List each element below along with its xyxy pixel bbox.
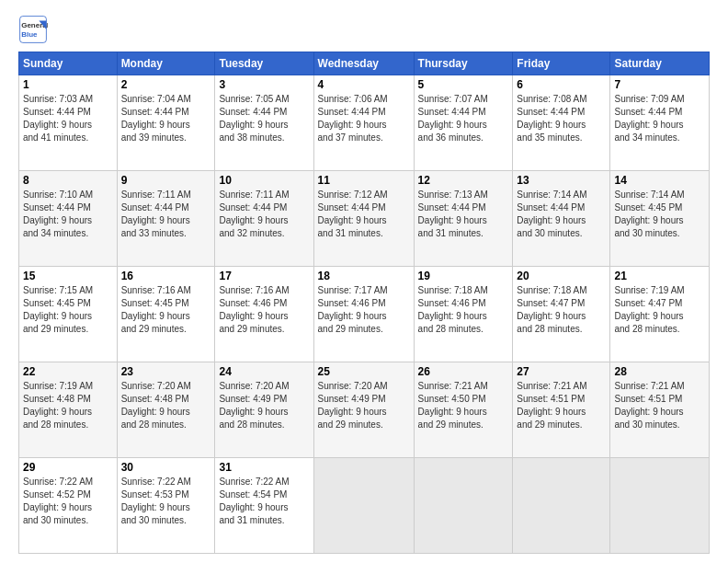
- day-number: 12: [418, 174, 509, 187]
- calendar-cell: [610, 458, 710, 554]
- calendar-cell: 19Sunrise: 7:18 AM Sunset: 4:46 PM Dayli…: [414, 267, 513, 362]
- day-number: 25: [318, 365, 410, 378]
- calendar-cell: [313, 458, 414, 554]
- calendar-cell: 11Sunrise: 7:12 AM Sunset: 4:44 PM Dayli…: [313, 171, 414, 267]
- day-info: Sunrise: 7:06 AM Sunset: 4:44 PM Dayligh…: [318, 93, 410, 144]
- calendar-week-4: 22Sunrise: 7:19 AM Sunset: 4:48 PM Dayli…: [19, 362, 710, 458]
- calendar-cell: 2Sunrise: 7:04 AM Sunset: 4:44 PM Daylig…: [117, 75, 215, 171]
- day-number: 13: [517, 174, 606, 187]
- day-number: 5: [418, 78, 509, 91]
- header: General Blue: [18, 15, 710, 44]
- calendar-cell: 29Sunrise: 7:22 AM Sunset: 4:52 PM Dayli…: [19, 458, 118, 554]
- day-number: 21: [614, 270, 705, 282]
- calendar-week-5: 29Sunrise: 7:22 AM Sunset: 4:52 PM Dayli…: [19, 458, 710, 554]
- calendar-cell: [414, 458, 513, 554]
- calendar-cell: 7Sunrise: 7:09 AM Sunset: 4:44 PM Daylig…: [610, 75, 710, 171]
- day-number: 10: [219, 174, 309, 187]
- day-info: Sunrise: 7:20 AM Sunset: 4:49 PM Dayligh…: [219, 380, 309, 431]
- calendar-header-row: SundayMondayTuesdayWednesdayThursdayFrid…: [19, 52, 710, 75]
- svg-text:Blue: Blue: [21, 30, 38, 39]
- calendar-cell: 5Sunrise: 7:07 AM Sunset: 4:44 PM Daylig…: [414, 75, 513, 171]
- day-number: 22: [23, 365, 113, 378]
- calendar-cell: 1Sunrise: 7:03 AM Sunset: 4:44 PM Daylig…: [19, 75, 118, 171]
- day-info: Sunrise: 7:14 AM Sunset: 4:44 PM Dayligh…: [517, 189, 606, 240]
- calendar-week-3: 15Sunrise: 7:15 AM Sunset: 4:45 PM Dayli…: [19, 267, 710, 362]
- calendar-cell: 27Sunrise: 7:21 AM Sunset: 4:51 PM Dayli…: [513, 362, 610, 458]
- day-number: 17: [219, 270, 309, 282]
- day-info: Sunrise: 7:10 AM Sunset: 4:44 PM Dayligh…: [23, 189, 113, 240]
- calendar-cell: [513, 458, 610, 554]
- day-number: 3: [219, 78, 309, 91]
- day-number: 23: [121, 365, 211, 378]
- day-info: Sunrise: 7:22 AM Sunset: 4:54 PM Dayligh…: [219, 476, 309, 527]
- day-number: 4: [318, 78, 410, 91]
- day-info: Sunrise: 7:08 AM Sunset: 4:44 PM Dayligh…: [517, 93, 606, 144]
- day-info: Sunrise: 7:21 AM Sunset: 4:50 PM Dayligh…: [418, 380, 509, 431]
- day-number: 14: [614, 174, 705, 187]
- day-info: Sunrise: 7:19 AM Sunset: 4:47 PM Dayligh…: [614, 284, 705, 336]
- day-info: Sunrise: 7:03 AM Sunset: 4:44 PM Dayligh…: [23, 93, 113, 144]
- calendar-cell: 13Sunrise: 7:14 AM Sunset: 4:44 PM Dayli…: [513, 171, 610, 267]
- day-number: 6: [517, 78, 606, 91]
- calendar-cell: 20Sunrise: 7:18 AM Sunset: 4:47 PM Dayli…: [513, 267, 610, 362]
- day-info: Sunrise: 7:18 AM Sunset: 4:46 PM Dayligh…: [418, 284, 509, 336]
- day-info: Sunrise: 7:19 AM Sunset: 4:48 PM Dayligh…: [23, 380, 113, 431]
- day-info: Sunrise: 7:21 AM Sunset: 4:51 PM Dayligh…: [517, 380, 606, 431]
- day-number: 27: [517, 365, 606, 378]
- day-info: Sunrise: 7:11 AM Sunset: 4:44 PM Dayligh…: [219, 189, 309, 240]
- calendar-cell: 12Sunrise: 7:13 AM Sunset: 4:44 PM Dayli…: [414, 171, 513, 267]
- day-number: 29: [23, 461, 113, 474]
- calendar-cell: 30Sunrise: 7:22 AM Sunset: 4:53 PM Dayli…: [117, 458, 215, 554]
- calendar-table: SundayMondayTuesdayWednesdayThursdayFrid…: [18, 52, 710, 554]
- day-header-thursday: Thursday: [414, 52, 513, 75]
- calendar-week-1: 1Sunrise: 7:03 AM Sunset: 4:44 PM Daylig…: [19, 75, 710, 171]
- calendar-cell: 15Sunrise: 7:15 AM Sunset: 4:45 PM Dayli…: [19, 267, 118, 362]
- calendar-cell: 3Sunrise: 7:05 AM Sunset: 4:44 PM Daylig…: [215, 75, 313, 171]
- calendar-cell: 17Sunrise: 7:16 AM Sunset: 4:46 PM Dayli…: [215, 267, 313, 362]
- calendar-week-2: 8Sunrise: 7:10 AM Sunset: 4:44 PM Daylig…: [19, 171, 710, 267]
- calendar-cell: 10Sunrise: 7:11 AM Sunset: 4:44 PM Dayli…: [215, 171, 313, 267]
- calendar-cell: 28Sunrise: 7:21 AM Sunset: 4:51 PM Dayli…: [610, 362, 710, 458]
- calendar-cell: 23Sunrise: 7:20 AM Sunset: 4:48 PM Dayli…: [117, 362, 215, 458]
- day-number: 24: [219, 365, 309, 378]
- day-header-saturday: Saturday: [610, 52, 710, 75]
- day-number: 30: [121, 461, 211, 474]
- day-info: Sunrise: 7:22 AM Sunset: 4:52 PM Dayligh…: [23, 476, 113, 527]
- calendar-cell: 26Sunrise: 7:21 AM Sunset: 4:50 PM Dayli…: [414, 362, 513, 458]
- day-header-sunday: Sunday: [19, 52, 118, 75]
- calendar-cell: 8Sunrise: 7:10 AM Sunset: 4:44 PM Daylig…: [19, 171, 118, 267]
- day-info: Sunrise: 7:17 AM Sunset: 4:46 PM Dayligh…: [318, 284, 410, 336]
- day-number: 19: [418, 270, 509, 282]
- day-number: 16: [121, 270, 211, 282]
- day-number: 1: [23, 78, 113, 91]
- day-info: Sunrise: 7:20 AM Sunset: 4:48 PM Dayligh…: [121, 380, 211, 431]
- calendar-cell: 16Sunrise: 7:16 AM Sunset: 4:45 PM Dayli…: [117, 267, 215, 362]
- day-info: Sunrise: 7:13 AM Sunset: 4:44 PM Dayligh…: [418, 189, 509, 240]
- day-info: Sunrise: 7:07 AM Sunset: 4:44 PM Dayligh…: [418, 93, 509, 144]
- day-info: Sunrise: 7:14 AM Sunset: 4:45 PM Dayligh…: [614, 189, 705, 240]
- day-header-tuesday: Tuesday: [215, 52, 313, 75]
- day-info: Sunrise: 7:15 AM Sunset: 4:45 PM Dayligh…: [23, 284, 113, 336]
- day-info: Sunrise: 7:16 AM Sunset: 4:46 PM Dayligh…: [219, 284, 309, 336]
- calendar-cell: 22Sunrise: 7:19 AM Sunset: 4:48 PM Dayli…: [19, 362, 118, 458]
- calendar-cell: 9Sunrise: 7:11 AM Sunset: 4:44 PM Daylig…: [117, 171, 215, 267]
- calendar-cell: 14Sunrise: 7:14 AM Sunset: 4:45 PM Dayli…: [610, 171, 710, 267]
- day-header-monday: Monday: [117, 52, 215, 75]
- day-number: 26: [418, 365, 509, 378]
- calendar-cell: 25Sunrise: 7:20 AM Sunset: 4:49 PM Dayli…: [313, 362, 414, 458]
- calendar-cell: 6Sunrise: 7:08 AM Sunset: 4:44 PM Daylig…: [513, 75, 610, 171]
- calendar-cell: 4Sunrise: 7:06 AM Sunset: 4:44 PM Daylig…: [313, 75, 414, 171]
- day-info: Sunrise: 7:20 AM Sunset: 4:49 PM Dayligh…: [318, 380, 410, 431]
- day-info: Sunrise: 7:05 AM Sunset: 4:44 PM Dayligh…: [219, 93, 309, 144]
- day-info: Sunrise: 7:12 AM Sunset: 4:44 PM Dayligh…: [318, 189, 410, 240]
- logo: General Blue: [18, 15, 48, 44]
- day-number: 28: [614, 365, 705, 378]
- day-number: 20: [517, 270, 606, 282]
- day-number: 11: [318, 174, 410, 187]
- calendar-cell: 24Sunrise: 7:20 AM Sunset: 4:49 PM Dayli…: [215, 362, 313, 458]
- day-header-friday: Friday: [513, 52, 610, 75]
- day-number: 18: [318, 270, 410, 282]
- day-number: 15: [23, 270, 113, 282]
- calendar-cell: 21Sunrise: 7:19 AM Sunset: 4:47 PM Dayli…: [610, 267, 710, 362]
- calendar-cell: 31Sunrise: 7:22 AM Sunset: 4:54 PM Dayli…: [215, 458, 313, 554]
